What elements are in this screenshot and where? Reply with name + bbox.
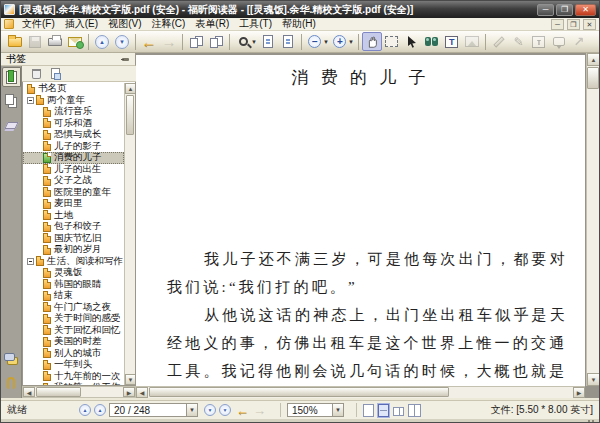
single-page-layout-button[interactable] <box>363 404 374 417</box>
zoom-in-button[interactable]: + <box>330 32 350 51</box>
save-button[interactable] <box>25 32 45 51</box>
bookmark-tree-item[interactable]: 我的第一份工作 <box>23 382 124 385</box>
doc-minimize-button[interactable]: ─ <box>551 19 564 30</box>
text-line: 工具。我记得他刚会说几句话的时候，大概也就是 <box>167 357 567 385</box>
back-view-button[interactable]: ← <box>236 403 249 418</box>
email-button[interactable] <box>65 32 85 51</box>
status-bar: 就绪 ▲ ▲ 20 / 248 ▼ ▼ ▼ ← → 150% ▼ 文件: [5.… <box>1 400 599 419</box>
scroll-up-icon[interactable]: ▲ <box>125 83 136 94</box>
select-image-button[interactable] <box>462 32 482 51</box>
menu-item[interactable]: 文件(F) <box>17 17 60 31</box>
close-button[interactable]: ✕ <box>575 4 596 16</box>
bookmark-icon <box>43 245 51 255</box>
zoom-out-button[interactable]: − <box>305 32 325 51</box>
tree-collapse-icon[interactable] <box>27 258 34 265</box>
tab-comments[interactable] <box>2 350 21 370</box>
scroll-right-icon[interactable]: ▶ <box>123 387 135 397</box>
continuous-facing-button[interactable] <box>206 32 226 51</box>
pdf-page[interactable]: 消 费 的 儿 子 我儿子还不满三岁，可是他每次出门，都要对我们说:“我们打的吧… <box>136 55 585 386</box>
note-annotation-button[interactable] <box>549 32 569 51</box>
hand-tool-button[interactable] <box>362 32 382 51</box>
pin-icon[interactable] <box>121 55 130 64</box>
scrollbar-thumb[interactable] <box>126 95 134 135</box>
last-page-button[interactable]: ▼ <box>219 404 231 416</box>
continuous-facing-layout-button[interactable] <box>408 404 421 417</box>
pencil-annotation-button[interactable] <box>489 32 509 51</box>
zoom-dropdown-icon[interactable]: ▼ <box>333 403 344 417</box>
first-page-button[interactable]: ▲ <box>79 404 91 416</box>
doc-restore-button[interactable]: ❐ <box>567 19 580 30</box>
continuous-layout-button[interactable] <box>378 404 389 417</box>
next-view-button[interactable]: ▼ <box>112 32 132 51</box>
scroll-right-icon[interactable]: ▶ <box>573 387 585 398</box>
menu-item[interactable]: 视图(V) <box>103 17 146 31</box>
restore-button[interactable]: ❐ <box>556 4 573 16</box>
fit-width-icon <box>263 35 273 48</box>
previous-view-button[interactable]: ▲ <box>92 32 112 51</box>
page-dropdown-icon[interactable]: ▼ <box>187 403 198 417</box>
typewriter-icon: т <box>532 36 545 48</box>
magnifier-icon <box>239 37 248 46</box>
back-button[interactable]: ← <box>139 32 159 51</box>
bookmark-icon <box>43 371 51 381</box>
scroll-down-icon[interactable]: ▼ <box>125 374 136 385</box>
note-bubble-icon <box>553 37 565 46</box>
delete-bookmark-icon[interactable] <box>32 69 41 79</box>
typewriter-annotation-button[interactable]: т <box>529 32 549 51</box>
menu-item[interactable]: 插入(E) <box>60 17 103 31</box>
facing-pages-button[interactable] <box>186 32 206 51</box>
forward-button[interactable]: → <box>159 32 179 51</box>
next-page-button[interactable]: ▼ <box>204 404 216 416</box>
facing-layout-button[interactable] <box>393 407 404 416</box>
snapshot-icon <box>385 36 398 47</box>
scroll-down-icon[interactable]: ▼ <box>587 373 600 386</box>
tab-attachments[interactable] <box>2 374 21 394</box>
open-folder-button[interactable] <box>5 32 25 51</box>
fit-width-button[interactable] <box>258 32 278 51</box>
search-button[interactable] <box>422 32 442 51</box>
select-text-button[interactable]: T <box>442 32 462 51</box>
menu-item[interactable]: 工具(T) <box>234 17 277 31</box>
fit-page-button[interactable] <box>278 32 298 51</box>
text-line: 从他说这话的神态上，出门坐出租车似乎是天 <box>167 301 567 329</box>
print-button[interactable] <box>45 32 65 51</box>
minimize-button[interactable]: ─ <box>537 4 554 16</box>
scroll-left-icon[interactable]: ◀ <box>136 387 148 398</box>
bookmark-icon <box>43 383 51 385</box>
separator <box>182 34 183 50</box>
menu-item[interactable]: 表单(R) <box>190 17 234 31</box>
share-button[interactable]: ↗ <box>569 32 589 51</box>
doc-close-button[interactable]: ✕ <box>583 19 596 30</box>
tab-pages[interactable] <box>2 91 21 111</box>
bookmark-vertical-scrollbar[interactable]: ▲ ▼ <box>124 83 135 385</box>
bookmark-horizontal-scrollbar[interactable]: ◀ ▶ <box>22 386 136 398</box>
scroll-left-icon[interactable]: ◀ <box>23 387 35 397</box>
bookmark-icon <box>43 360 51 370</box>
document-horizontal-scrollbar[interactable]: ◀ ▶ <box>136 386 585 398</box>
bookmark-options-icon[interactable] <box>51 68 60 79</box>
scrollbar-thumb[interactable] <box>587 67 599 89</box>
document-vertical-scrollbar[interactable]: ▲ ▼ <box>586 53 599 386</box>
comments-tab-icon <box>4 353 15 361</box>
snapshot-button[interactable] <box>382 32 402 51</box>
menu-item[interactable]: 注释(C) <box>146 17 190 31</box>
tab-layers[interactable] <box>2 115 21 135</box>
page-number-field[interactable]: 20 / 248 <box>109 403 187 417</box>
zoom-tool-button[interactable] <box>233 32 253 51</box>
tab-bookmarks[interactable] <box>2 67 21 87</box>
scroll-up-icon[interactable]: ▲ <box>587 53 600 66</box>
previous-page-button[interactable]: ▲ <box>94 404 106 416</box>
back-arrow-icon: ← <box>142 35 157 49</box>
scrollbar-thumb[interactable] <box>149 387 449 397</box>
bookmark-tree-item[interactable]: 麦田里 <box>23 198 124 210</box>
scrollbar-thumb[interactable] <box>36 387 81 397</box>
zoom-level-field[interactable]: 150% <box>287 403 333 417</box>
resize-grip[interactable] <box>587 419 597 423</box>
tree-collapse-icon[interactable] <box>27 97 34 104</box>
sign-annotation-button[interactable]: ✎ <box>509 32 529 51</box>
menu-item[interactable]: 帮助(H) <box>277 17 321 31</box>
select-annotation-button[interactable] <box>402 32 422 51</box>
forward-arrow-icon: → <box>162 35 177 49</box>
bookmark-tree-item[interactable]: 韩国的眼睛 <box>23 279 124 291</box>
forward-view-button[interactable]: → <box>253 403 266 418</box>
